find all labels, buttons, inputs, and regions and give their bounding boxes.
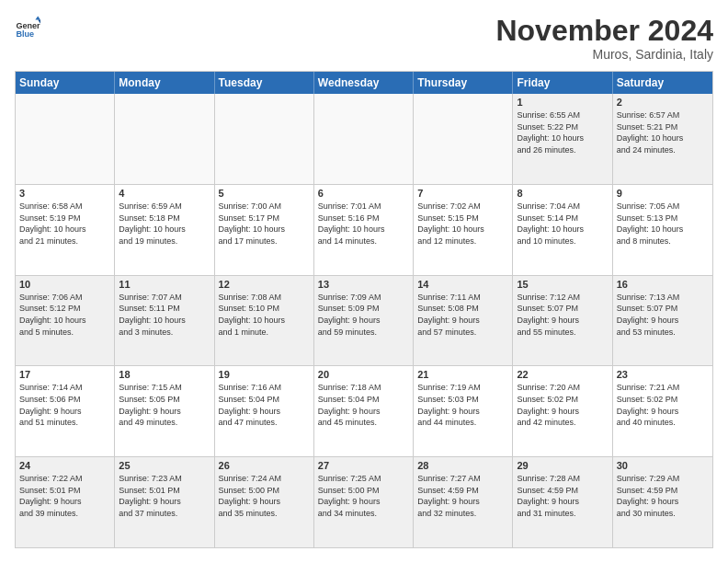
day-number: 30 bbox=[617, 460, 709, 471]
day-info: Sunrise: 7:16 AM Sunset: 5:04 PM Dayligh… bbox=[219, 382, 310, 428]
calendar-cell: 1Sunrise: 6:55 AM Sunset: 5:22 PM Daylig… bbox=[513, 94, 612, 184]
calendar-cell: 20Sunrise: 7:18 AM Sunset: 5:04 PM Dayli… bbox=[314, 366, 414, 456]
day-info: Sunrise: 7:14 AM Sunset: 5:06 PM Dayligh… bbox=[19, 382, 110, 428]
day-number: 19 bbox=[219, 369, 310, 380]
calendar-cell: 23Sunrise: 7:21 AM Sunset: 5:02 PM Dayli… bbox=[613, 366, 712, 456]
day-number: 18 bbox=[119, 369, 210, 380]
calendar-cell: 29Sunrise: 7:28 AM Sunset: 4:59 PM Dayli… bbox=[513, 457, 612, 547]
calendar-row: 17Sunrise: 7:14 AM Sunset: 5:06 PM Dayli… bbox=[16, 366, 712, 457]
day-info: Sunrise: 7:28 AM Sunset: 4:59 PM Dayligh… bbox=[517, 473, 608, 519]
day-number: 29 bbox=[517, 460, 608, 471]
weekday-header: Saturday bbox=[613, 72, 712, 94]
day-info: Sunrise: 7:00 AM Sunset: 5:17 PM Dayligh… bbox=[219, 201, 310, 247]
day-info: Sunrise: 7:11 AM Sunset: 5:08 PM Dayligh… bbox=[417, 292, 508, 338]
day-info: Sunrise: 7:02 AM Sunset: 5:15 PM Dayligh… bbox=[417, 201, 508, 247]
svg-marker-2 bbox=[35, 16, 40, 19]
day-number: 11 bbox=[119, 279, 210, 290]
day-info: Sunrise: 7:12 AM Sunset: 5:07 PM Dayligh… bbox=[517, 292, 608, 338]
month-title: November 2024 bbox=[495, 15, 713, 47]
day-number: 9 bbox=[617, 188, 709, 199]
day-number: 16 bbox=[617, 279, 709, 290]
weekday-header: Wednesday bbox=[314, 72, 414, 94]
calendar-cell: 21Sunrise: 7:19 AM Sunset: 5:03 PM Dayli… bbox=[414, 366, 513, 456]
day-number: 25 bbox=[119, 460, 210, 471]
calendar-cell: 10Sunrise: 7:06 AM Sunset: 5:12 PM Dayli… bbox=[16, 276, 115, 366]
location: Muros, Sardinia, Italy bbox=[495, 47, 713, 62]
day-number: 26 bbox=[219, 460, 310, 471]
day-number: 8 bbox=[517, 188, 608, 199]
weekday-header: Friday bbox=[513, 72, 612, 94]
day-info: Sunrise: 7:27 AM Sunset: 4:59 PM Dayligh… bbox=[417, 473, 508, 519]
day-number: 14 bbox=[417, 279, 508, 290]
calendar-cell: 17Sunrise: 7:14 AM Sunset: 5:06 PM Dayli… bbox=[16, 366, 115, 456]
calendar-row: 3Sunrise: 6:58 AM Sunset: 5:19 PM Daylig… bbox=[16, 185, 712, 276]
day-number: 4 bbox=[119, 188, 210, 199]
day-number: 12 bbox=[219, 279, 310, 290]
calendar-cell: 27Sunrise: 7:25 AM Sunset: 5:00 PM Dayli… bbox=[314, 457, 414, 547]
svg-text:Blue: Blue bbox=[16, 29, 34, 39]
day-info: Sunrise: 7:29 AM Sunset: 4:59 PM Dayligh… bbox=[617, 473, 709, 519]
day-info: Sunrise: 7:22 AM Sunset: 5:01 PM Dayligh… bbox=[19, 473, 110, 519]
day-number: 15 bbox=[517, 279, 608, 290]
day-number: 5 bbox=[219, 188, 310, 199]
calendar-row: 24Sunrise: 7:22 AM Sunset: 5:01 PM Dayli… bbox=[16, 457, 712, 547]
day-info: Sunrise: 7:19 AM Sunset: 5:03 PM Dayligh… bbox=[417, 382, 508, 428]
day-number: 27 bbox=[318, 460, 409, 471]
calendar-cell: 6Sunrise: 7:01 AM Sunset: 5:16 PM Daylig… bbox=[314, 185, 414, 275]
day-number: 24 bbox=[19, 460, 110, 471]
calendar-cell: 9Sunrise: 7:05 AM Sunset: 5:13 PM Daylig… bbox=[613, 185, 712, 275]
calendar-cell: 13Sunrise: 7:09 AM Sunset: 5:09 PM Dayli… bbox=[314, 276, 414, 366]
calendar-cell: 25Sunrise: 7:23 AM Sunset: 5:01 PM Dayli… bbox=[115, 457, 214, 547]
calendar-row: 10Sunrise: 7:06 AM Sunset: 5:12 PM Dayli… bbox=[16, 276, 712, 367]
day-info: Sunrise: 6:58 AM Sunset: 5:19 PM Dayligh… bbox=[19, 201, 110, 247]
day-number: 23 bbox=[617, 369, 709, 380]
weekday-header: Thursday bbox=[414, 72, 513, 94]
calendar-cell: 19Sunrise: 7:16 AM Sunset: 5:04 PM Dayli… bbox=[215, 366, 314, 456]
day-info: Sunrise: 7:24 AM Sunset: 5:00 PM Dayligh… bbox=[219, 473, 310, 519]
logo-icon: General Blue bbox=[15, 15, 40, 40]
calendar-body: 1Sunrise: 6:55 AM Sunset: 5:22 PM Daylig… bbox=[16, 94, 712, 547]
day-info: Sunrise: 7:21 AM Sunset: 5:02 PM Dayligh… bbox=[617, 382, 709, 428]
calendar-cell bbox=[115, 94, 214, 184]
day-number: 1 bbox=[517, 97, 608, 108]
title-block: November 2024 Muros, Sardinia, Italy bbox=[495, 15, 713, 62]
day-info: Sunrise: 7:23 AM Sunset: 5:01 PM Dayligh… bbox=[119, 473, 210, 519]
day-info: Sunrise: 7:20 AM Sunset: 5:02 PM Dayligh… bbox=[517, 382, 608, 428]
calendar-header: SundayMondayTuesdayWednesdayThursdayFrid… bbox=[16, 72, 712, 94]
weekday-header: Monday bbox=[115, 72, 214, 94]
day-info: Sunrise: 7:18 AM Sunset: 5:04 PM Dayligh… bbox=[318, 382, 409, 428]
calendar-cell: 8Sunrise: 7:04 AM Sunset: 5:14 PM Daylig… bbox=[513, 185, 612, 275]
calendar-cell bbox=[215, 94, 314, 184]
day-info: Sunrise: 6:55 AM Sunset: 5:22 PM Dayligh… bbox=[517, 109, 608, 155]
calendar-cell: 4Sunrise: 6:59 AM Sunset: 5:18 PM Daylig… bbox=[115, 185, 214, 275]
day-info: Sunrise: 7:01 AM Sunset: 5:16 PM Dayligh… bbox=[318, 201, 409, 247]
day-info: Sunrise: 7:07 AM Sunset: 5:11 PM Dayligh… bbox=[119, 292, 210, 338]
calendar: SundayMondayTuesdayWednesdayThursdayFrid… bbox=[15, 71, 713, 548]
calendar-cell: 3Sunrise: 6:58 AM Sunset: 5:19 PM Daylig… bbox=[16, 185, 115, 275]
weekday-header: Sunday bbox=[16, 72, 115, 94]
calendar-cell: 5Sunrise: 7:00 AM Sunset: 5:17 PM Daylig… bbox=[215, 185, 314, 275]
day-info: Sunrise: 7:25 AM Sunset: 5:00 PM Dayligh… bbox=[318, 473, 409, 519]
page-header: General Blue November 2024 Muros, Sardin… bbox=[15, 15, 713, 62]
calendar-cell bbox=[414, 94, 513, 184]
day-info: Sunrise: 7:08 AM Sunset: 5:10 PM Dayligh… bbox=[219, 292, 310, 338]
day-info: Sunrise: 7:05 AM Sunset: 5:13 PM Dayligh… bbox=[617, 201, 709, 247]
day-info: Sunrise: 6:57 AM Sunset: 5:21 PM Dayligh… bbox=[617, 109, 709, 155]
day-number: 2 bbox=[617, 97, 709, 108]
day-number: 21 bbox=[417, 369, 508, 380]
calendar-cell: 24Sunrise: 7:22 AM Sunset: 5:01 PM Dayli… bbox=[16, 457, 115, 547]
day-number: 13 bbox=[318, 279, 409, 290]
calendar-cell: 14Sunrise: 7:11 AM Sunset: 5:08 PM Dayli… bbox=[414, 276, 513, 366]
calendar-cell bbox=[16, 94, 115, 184]
day-info: Sunrise: 6:59 AM Sunset: 5:18 PM Dayligh… bbox=[119, 201, 210, 247]
calendar-cell: 22Sunrise: 7:20 AM Sunset: 5:02 PM Dayli… bbox=[513, 366, 612, 456]
calendar-cell: 28Sunrise: 7:27 AM Sunset: 4:59 PM Dayli… bbox=[414, 457, 513, 547]
day-number: 3 bbox=[19, 188, 110, 199]
day-info: Sunrise: 7:04 AM Sunset: 5:14 PM Dayligh… bbox=[517, 201, 608, 247]
day-number: 10 bbox=[19, 279, 110, 290]
calendar-cell: 12Sunrise: 7:08 AM Sunset: 5:10 PM Dayli… bbox=[215, 276, 314, 366]
day-number: 22 bbox=[517, 369, 608, 380]
day-info: Sunrise: 7:06 AM Sunset: 5:12 PM Dayligh… bbox=[19, 292, 110, 338]
calendar-cell: 11Sunrise: 7:07 AM Sunset: 5:11 PM Dayli… bbox=[115, 276, 214, 366]
calendar-cell: 7Sunrise: 7:02 AM Sunset: 5:15 PM Daylig… bbox=[414, 185, 513, 275]
